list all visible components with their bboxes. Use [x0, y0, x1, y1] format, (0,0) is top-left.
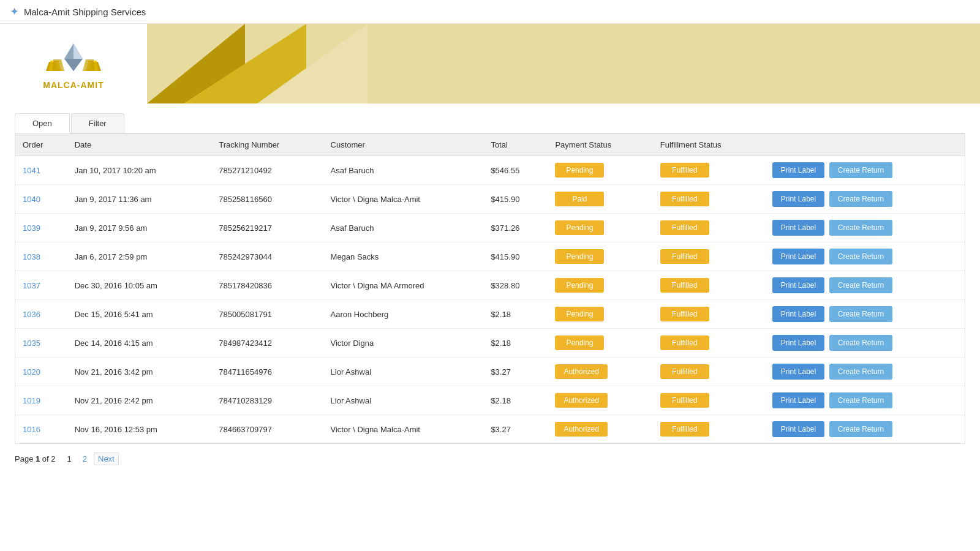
order-number: 1036 [15, 300, 67, 329]
page-info: Page 1 of 2 [15, 454, 56, 463]
tracking-number: 785005081791 [211, 300, 323, 329]
order-number: 1020 [15, 358, 67, 386]
actions-cell: Print Label Create Return [765, 329, 965, 358]
create-return-button[interactable]: Create Return [829, 392, 892, 408]
order-date: Nov 16, 2016 12:53 pm [67, 415, 212, 444]
order-number: 1038 [15, 242, 67, 271]
print-label-button[interactable]: Print Label [772, 220, 824, 236]
tab-filter[interactable]: Filter [71, 113, 124, 133]
print-label-button[interactable]: Print Label [772, 162, 824, 178]
order-date: Jan 9, 2017 9:56 am [67, 214, 212, 242]
order-link[interactable]: 1037 [23, 281, 40, 290]
svg-marker-9 [64, 59, 83, 71]
print-label-button[interactable]: Print Label [772, 306, 824, 322]
table-row: 1020 Nov 21, 2016 3:42 pm 784711654976 L… [15, 358, 965, 386]
fulfillment-status-badge: Fulfilled [660, 422, 709, 437]
payment-status-cell: Pending [548, 300, 652, 329]
create-return-button[interactable]: Create Return [829, 191, 892, 207]
create-return-button[interactable]: Create Return [829, 162, 892, 178]
order-link[interactable]: 1041 [23, 166, 40, 175]
table-row: 1016 Nov 16, 2016 12:53 pm 784663709797 … [15, 415, 965, 444]
payment-status-badge: Authorized [555, 393, 607, 408]
create-return-button[interactable]: Create Return [829, 277, 892, 293]
actions-cell: Print Label Create Return [765, 242, 965, 271]
order-link[interactable]: 1040 [23, 195, 40, 204]
fulfillment-status-cell: Fulfilled [653, 214, 765, 242]
order-total: $2.18 [483, 300, 548, 329]
customer-name: Lior Ashwal [323, 386, 484, 415]
create-return-button[interactable]: Create Return [829, 306, 892, 322]
order-number: 1035 [15, 329, 67, 358]
order-number: 1041 [15, 156, 67, 185]
print-label-button[interactable]: Print Label [772, 249, 824, 264]
order-link[interactable]: 1020 [23, 367, 40, 377]
next-link[interactable]: Next [94, 452, 119, 465]
create-return-button[interactable]: Create Return [829, 249, 892, 264]
order-link[interactable]: 1035 [23, 339, 40, 348]
order-total: $3.27 [483, 358, 548, 386]
payment-status-badge: Pending [555, 249, 604, 264]
fulfillment-status-badge: Fulfilled [660, 192, 709, 206]
actions-cell: Print Label Create Return [765, 214, 965, 242]
order-link[interactable]: 1016 [23, 425, 40, 434]
customer-name: Megan Sacks [323, 242, 484, 271]
create-return-button[interactable]: Create Return [829, 335, 892, 351]
create-return-button[interactable]: Create Return [829, 421, 892, 437]
customer-name: Asaf Baruch [323, 214, 484, 242]
actions-cell: Print Label Create Return [765, 415, 965, 444]
payment-status-badge: Paid [555, 192, 604, 206]
tracking-number: 784710283129 [211, 386, 323, 415]
print-label-button[interactable]: Print Label [772, 364, 824, 380]
tracking-number: 784663709797 [211, 415, 323, 444]
fulfillment-status-badge: Fulfilled [660, 278, 709, 293]
customer-name: Asaf Baruch [323, 156, 484, 185]
print-label-button[interactable]: Print Label [772, 392, 824, 408]
payment-status-cell: Pending [548, 329, 652, 358]
payment-status-badge: Pending [555, 307, 604, 321]
order-number: 1037 [15, 271, 67, 300]
create-return-button[interactable]: Create Return [829, 220, 892, 236]
page-1-link[interactable]: 1 [63, 452, 76, 465]
order-link[interactable]: 1039 [23, 223, 40, 233]
col-fulfillment-status: Fulfillment Status [653, 134, 765, 156]
print-label-button[interactable]: Print Label [772, 277, 824, 293]
order-number: 1040 [15, 185, 67, 214]
payment-status-badge: Pending [555, 220, 604, 235]
fulfillment-status-cell: Fulfilled [653, 271, 765, 300]
order-total: $415.90 [483, 242, 548, 271]
col-order: Order [15, 134, 67, 156]
banner: MALCA-AMIT [0, 24, 980, 103]
print-label-button[interactable]: Print Label [772, 335, 824, 351]
logo-area: MALCA-AMIT [0, 24, 147, 103]
tab-open[interactable]: Open [15, 113, 70, 133]
order-link[interactable]: 1019 [23, 396, 40, 405]
order-number: 1039 [15, 214, 67, 242]
create-return-button[interactable]: Create Return [829, 364, 892, 380]
fulfillment-status-cell: Fulfilled [653, 358, 765, 386]
tracking-number: 784711654976 [211, 358, 323, 386]
fulfillment-status-badge: Fulfilled [660, 335, 709, 350]
tracking-number: 785271210492 [211, 156, 323, 185]
payment-status-cell: Pending [548, 156, 652, 185]
table-row: 1035 Dec 14, 2016 4:15 am 784987423412 V… [15, 329, 965, 358]
app-title: Malca-Amit Shipping Services [24, 7, 146, 17]
page-2-link[interactable]: 2 [78, 452, 91, 465]
fulfillment-status-badge: Fulfilled [660, 364, 709, 379]
order-total: $2.18 [483, 329, 548, 358]
pagination: Page 1 of 2 1 2 Next [15, 444, 965, 474]
order-link[interactable]: 1038 [23, 252, 40, 261]
payment-status-badge: Authorized [555, 422, 607, 437]
app-title-bar: ✦ Malca-Amit Shipping Services [0, 0, 980, 24]
svg-marker-5 [83, 59, 95, 71]
table-header-row: Order Date Tracking Number Customer Tota… [15, 134, 965, 156]
order-number: 1019 [15, 386, 67, 415]
actions-cell: Print Label Create Return [765, 271, 965, 300]
fulfillment-status-cell: Fulfilled [653, 415, 765, 444]
print-label-button[interactable]: Print Label [772, 421, 824, 437]
table-row: 1036 Dec 15, 2016 5:41 am 785005081791 A… [15, 300, 965, 329]
fulfillment-status-badge: Fulfilled [660, 163, 709, 178]
fulfillment-status-badge: Fulfilled [660, 307, 709, 321]
print-label-button[interactable]: Print Label [772, 191, 824, 207]
order-link[interactable]: 1036 [23, 310, 40, 319]
order-date: Jan 10, 2017 10:20 am [67, 156, 212, 185]
